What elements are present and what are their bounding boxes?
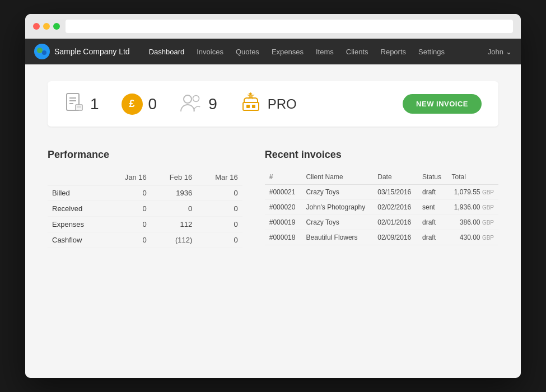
balance-stat: £ 0 <box>122 94 157 115</box>
balance-count: 0 <box>148 95 157 113</box>
traffic-light-green[interactable] <box>53 23 60 30</box>
perf-cell-jan: 0 <box>106 232 151 248</box>
perf-row: Billed 0 1936 0 <box>48 185 242 201</box>
invoice-client: Crazy Toys <box>302 185 374 200</box>
user-name: John <box>488 48 503 56</box>
nav-link-quotes[interactable]: Quotes <box>230 44 265 59</box>
browser-window: Sample Company Ltd Dashboard Invoices Qu… <box>25 14 521 378</box>
invoice-status: sent <box>418 200 447 215</box>
client-count: 9 <box>208 95 217 113</box>
perf-cell-feb: 0 <box>151 201 197 217</box>
perf-cell-jan: 0 <box>106 185 151 201</box>
perf-cell-mar: 0 <box>197 185 242 201</box>
inv-col-client: Client Name <box>302 170 374 185</box>
invoice-status: draft <box>418 185 447 200</box>
invoice-status: draft <box>418 230 447 245</box>
svg-point-9 <box>184 95 192 103</box>
perf-cell-feb: (112) <box>151 232 197 248</box>
perf-cell-mar: 0 <box>197 201 242 217</box>
perf-cell-mar: 0 <box>197 217 242 232</box>
perf-cell-feb: 1936 <box>151 185 197 201</box>
perf-cell-label: Expenses <box>48 217 106 232</box>
table-row: #000018 Beautiful Flowers 02/09/2016 dra… <box>265 230 498 245</box>
invoices-stat: 1 <box>64 92 99 115</box>
perf-cell-jan: 0 <box>106 201 151 217</box>
nav-link-reports[interactable]: Reports <box>375 44 412 59</box>
performance-table: Jan 16 Feb 16 Mar 16 Billed 0 1936 0 Rec… <box>48 170 242 248</box>
recent-invoices-title: Recent invoices <box>265 149 498 161</box>
perf-cell-label: Cashflow <box>48 232 106 248</box>
nav-link-dashboard[interactable]: Dashboard <box>143 44 190 59</box>
table-row: #000021 Crazy Toys 03/15/2016 draft 1,07… <box>265 185 498 200</box>
invoice-id[interactable]: #000020 <box>265 200 302 215</box>
invoice-id[interactable]: #000018 <box>265 230 302 245</box>
invoice-client: Crazy Toys <box>302 215 374 230</box>
perf-row: Received 0 0 0 <box>48 201 242 217</box>
table-row: #000019 Crazy Toys 02/01/2016 draft 386.… <box>265 215 498 230</box>
perf-cell-mar: 0 <box>197 232 242 248</box>
invoice-total: 386.00 GBP <box>447 215 499 230</box>
perf-col-feb: Feb 16 <box>151 170 197 185</box>
currency-label: GBP <box>482 235 494 241</box>
traffic-lights <box>33 23 60 30</box>
clients-stat: 9 <box>179 92 217 115</box>
nav-link-invoices[interactable]: Invoices <box>191 44 229 59</box>
perf-row: Cashflow 0 (112) 0 <box>48 232 242 248</box>
inv-col-total: Total <box>447 170 499 185</box>
svg-rect-12 <box>246 105 250 108</box>
svg-rect-7 <box>76 105 82 110</box>
invoice-date: 02/02/2016 <box>373 200 418 215</box>
svg-point-1 <box>37 48 43 53</box>
invoice-date: 02/01/2016 <box>373 215 418 230</box>
currency-label: GBP <box>482 204 494 211</box>
user-menu[interactable]: John ⌄ <box>488 48 512 56</box>
traffic-light-yellow[interactable] <box>43 23 50 30</box>
invoice-icon <box>64 92 85 115</box>
invoice-id[interactable]: #000019 <box>265 215 302 230</box>
recent-invoices-table: # Client Name Date Status Total #000021 … <box>265 170 498 245</box>
performance-title: Performance <box>48 149 242 161</box>
main-content: 1 £ 0 9 <box>25 64 521 378</box>
invoice-date: 02/09/2016 <box>373 230 418 245</box>
new-invoice-button[interactable]: NEW INVOICE <box>403 94 482 114</box>
currency-label: GBP <box>482 189 494 195</box>
address-bar[interactable] <box>66 20 513 33</box>
invoice-total: 430.00 GBP <box>447 230 499 245</box>
nav-bar: Sample Company Ltd Dashboard Invoices Qu… <box>25 39 521 64</box>
dashboard-columns: Performance Jan 16 Feb 16 Mar 16 Billed … <box>48 149 498 248</box>
browser-chrome <box>25 14 521 39</box>
invoice-id[interactable]: #000021 <box>265 185 302 200</box>
stats-row: 1 £ 0 9 <box>48 81 498 127</box>
traffic-light-red[interactable] <box>33 23 40 30</box>
invoice-client: John's Photography <box>302 200 374 215</box>
perf-row: Expenses 0 112 0 <box>48 217 242 232</box>
invoice-total: 1,079.55 GBP <box>447 185 499 200</box>
perf-col-label <box>48 170 106 185</box>
chevron-down-icon: ⌄ <box>506 48 512 56</box>
performance-section: Performance Jan 16 Feb 16 Mar 16 Billed … <box>48 149 242 248</box>
perf-cell-label: Received <box>48 201 106 217</box>
nav-link-clients[interactable]: Clients <box>340 44 374 59</box>
invoice-count: 1 <box>90 95 99 113</box>
svg-rect-13 <box>252 105 255 108</box>
invoice-date: 03/15/2016 <box>373 185 418 200</box>
currency-label: GBP <box>482 220 494 226</box>
perf-col-jan: Jan 16 <box>106 170 151 185</box>
perf-cell-feb: 112 <box>151 217 197 232</box>
invoice-client: Beautiful Flowers <box>302 230 374 245</box>
invoice-total: 1,936.00 GBP <box>447 200 499 215</box>
perf-col-mar: Mar 16 <box>197 170 242 185</box>
nav-link-expenses[interactable]: Expenses <box>266 44 309 59</box>
invoice-status: draft <box>418 215 447 230</box>
nav-links: Dashboard Invoices Quotes Expenses Items… <box>143 44 488 59</box>
perf-cell-jan: 0 <box>106 217 151 232</box>
brand-logo-icon <box>34 44 50 59</box>
plan-label: PRO <box>268 96 297 112</box>
inv-col-date: Date <box>373 170 418 185</box>
brand-name: Sample Company Ltd <box>54 47 130 56</box>
pro-icon <box>240 92 262 115</box>
inv-col-id: # <box>265 170 302 185</box>
nav-link-items[interactable]: Items <box>310 44 339 59</box>
nav-link-settings[interactable]: Settings <box>413 44 450 59</box>
clients-icon <box>179 92 203 115</box>
